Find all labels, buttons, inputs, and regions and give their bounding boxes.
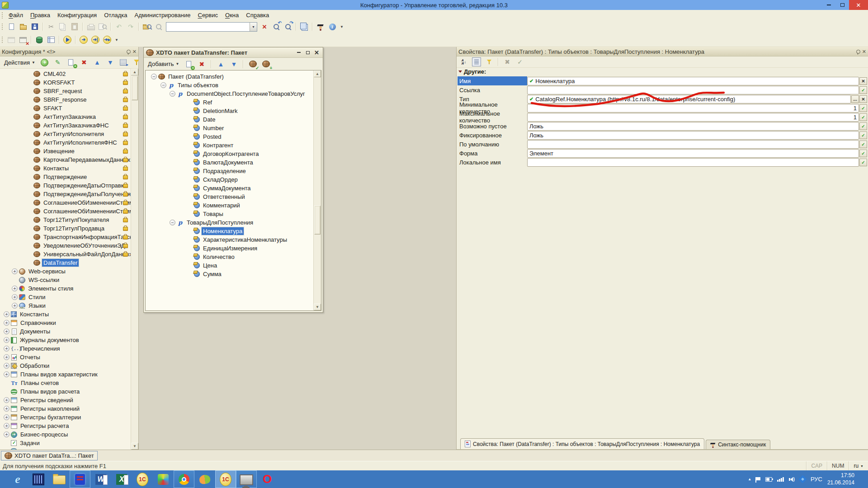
xdto-window-titlebar[interactable]: XDTO пакет DataTransfer: Пакет ✕ <box>144 47 323 58</box>
tree-item[interactable]: +WS-ссылки <box>0 276 131 284</box>
volume-icon[interactable]: ) <box>789 477 795 482</box>
expander-icon[interactable]: + <box>12 286 18 291</box>
clear-button[interactable]: ✕ <box>859 77 867 85</box>
taskbar-excel[interactable]: X <box>111 470 132 488</box>
tree-item[interactable]: +Константы <box>0 310 131 319</box>
toolbar-grip[interactable] <box>1 12 4 19</box>
expander-icon[interactable]: + <box>4 337 9 343</box>
property-label[interactable]: Фиксированное <box>458 131 527 140</box>
property-value-field[interactable] <box>527 140 859 149</box>
ok-button[interactable]: ✓ <box>859 159 867 166</box>
tray-language[interactable]: РУС <box>811 476 822 483</box>
move-up-icon[interactable]: ▲ <box>92 57 103 67</box>
expander-icon[interactable]: − <box>170 91 175 97</box>
paste-icon[interactable] <box>69 22 80 32</box>
mdi-minimize-icon[interactable] <box>295 49 302 56</box>
tree-item[interactable]: +SFAKT <box>0 104 131 113</box>
search-dropdown-icon[interactable]: ▼ <box>250 23 257 31</box>
tree-item[interactable]: +Извещение <box>0 147 131 155</box>
property-value-field[interactable]: Элемент <box>527 149 859 158</box>
maximize-button[interactable] <box>835 0 849 10</box>
add-item-icon[interactable]: + <box>39 57 50 67</box>
expander-icon[interactable]: + <box>4 423 9 429</box>
tree-item[interactable]: +Комментарий <box>146 201 313 210</box>
expander-icon[interactable]: + <box>12 268 18 274</box>
menu-item-Сервис[interactable]: Сервис <box>194 11 222 19</box>
tree-item[interactable]: −Пакет (DataTransfer) <box>146 72 313 81</box>
tree-item[interactable]: +KORSFAKT <box>0 78 131 87</box>
expander-icon[interactable]: + <box>4 406 9 412</box>
tree-item[interactable]: +Журналы документов <box>0 336 131 344</box>
tree-item[interactable]: +ТтПланы счетов <box>0 379 131 387</box>
windows-list-icon[interactable] <box>299 22 310 32</box>
menu-item-Отладка[interactable]: Отладка <box>100 11 131 19</box>
tree-item[interactable]: +СоглашениеОбИзмененииСтоим... <box>0 207 131 216</box>
expander-icon[interactable]: + <box>4 320 9 326</box>
tab-syntax-helper[interactable]: Синтакс-помощник <box>706 440 770 449</box>
tree-item[interactable]: +ТранспортнаяИнформацияТакск... <box>0 233 131 241</box>
expander-icon[interactable]: + <box>4 432 9 437</box>
tree-item[interactable]: +Задачи <box>0 439 131 447</box>
help-icon[interactable]: i <box>327 22 338 32</box>
property-label[interactable]: Возможно пустое <box>458 122 527 131</box>
tree-item[interactable]: +DeletionMark <box>146 107 313 115</box>
autohide-pin-icon[interactable] <box>127 50 131 54</box>
tree-item[interactable]: +DataTransfer <box>0 258 131 267</box>
copy-icon[interactable] <box>57 22 68 32</box>
close-panel-icon[interactable]: ✕ <box>862 49 866 54</box>
expander-icon[interactable]: + <box>4 363 9 369</box>
properties-section-header[interactable]: Другие: <box>457 68 868 75</box>
tree-item[interactable]: +Обработки <box>0 361 131 370</box>
property-label[interactable]: Форма <box>458 149 527 158</box>
tree-item[interactable]: +АктТитулИсполнителя <box>0 130 131 138</box>
tree-item[interactable]: +УведомлениеОбУточненииЭД <box>0 241 131 250</box>
add-menu-button[interactable]: Добавить ▼ <box>146 60 181 68</box>
property-value-field[interactable] <box>527 86 859 94</box>
tree-item[interactable]: +СкладОрдер <box>146 175 313 184</box>
tree-item[interactable]: +АктТитулИсполнителяФНС <box>0 138 131 147</box>
tree-item[interactable]: +Бизнес-процессы <box>0 430 131 439</box>
more-button[interactable]: ... <box>851 95 859 103</box>
taskbar-word[interactable]: W <box>90 470 111 488</box>
close-panel-icon[interactable]: ✕ <box>132 49 137 54</box>
tree-item[interactable]: +Сумма <box>146 270 313 278</box>
ok-button[interactable]: ✓ <box>859 150 867 157</box>
tree-item[interactable]: +ПодтверждениеДатыПолучения <box>0 190 131 198</box>
expander-icon[interactable]: + <box>4 346 9 352</box>
tree-item[interactable]: +ВалютаДокумента <box>146 158 313 167</box>
scroll-down-icon[interactable]: ▼ <box>314 304 321 310</box>
minimize-button[interactable] <box>822 0 835 10</box>
mdi-maximize-icon[interactable] <box>304 49 311 56</box>
print-icon[interactable] <box>85 22 96 32</box>
scroll-up-icon[interactable]: ▲ <box>131 69 138 75</box>
scrollbar-thumb[interactable] <box>132 76 138 100</box>
import-package-icon[interactable]: + <box>260 59 271 69</box>
debug-attach-icon[interactable]: ➔| <box>90 35 101 45</box>
tree-item[interactable]: +Контакты <box>0 164 131 173</box>
tree-item[interactable]: +SBRF_request <box>0 87 131 95</box>
expander-icon[interactable]: + <box>12 303 18 309</box>
property-label[interactable]: Имя <box>458 76 527 85</box>
tree-item[interactable]: +Планы видов характеристик <box>0 370 131 379</box>
tree-item[interactable]: +Планы видов расчета <box>0 387 131 396</box>
expander-icon[interactable]: + <box>4 371 9 377</box>
tree-item[interactable]: +Количество <box>146 253 313 261</box>
tree-item[interactable]: +{..}Перечисления <box>0 344 131 353</box>
apply-edit-icon[interactable]: ✓ <box>514 57 525 67</box>
tree-item[interactable]: +Posted <box>146 132 313 141</box>
ok-button[interactable]: ✓ <box>859 141 867 148</box>
tree-item[interactable]: +Регистры расчета <box>0 422 131 430</box>
menu-item-Файл[interactable]: Файл <box>5 11 27 19</box>
tree-item[interactable]: +Документы <box>0 327 131 336</box>
toolbar-overflow-icon[interactable]: ▼ <box>115 38 118 42</box>
property-label[interactable]: Ссылка <box>458 85 527 94</box>
scrollbar-thumb[interactable] <box>314 206 321 235</box>
property-label[interactable]: Максимальное количество <box>458 113 527 122</box>
property-value-field[interactable] <box>527 158 859 167</box>
search-input[interactable]: ▼ <box>166 22 257 32</box>
properties-panel-header[interactable]: Свойства: Пакет (DataTransfer) : Типы об… <box>457 47 868 56</box>
taskbar-butterfly-app[interactable] <box>194 470 215 488</box>
window-tab-xdto[interactable]: XDTO пакет DataTra...: Пакет <box>1 451 98 460</box>
sort-list-icon[interactable] <box>118 57 129 67</box>
expander-icon[interactable]: − <box>170 220 175 225</box>
